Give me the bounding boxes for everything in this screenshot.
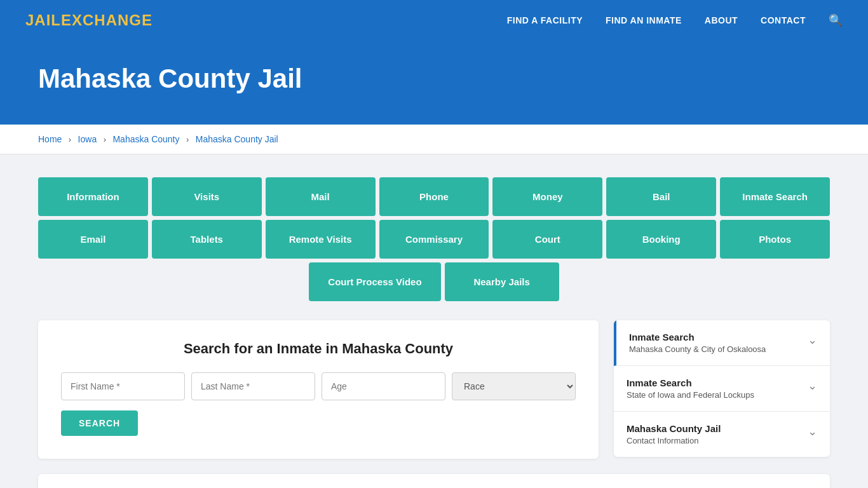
tile-commissary[interactable]: Commissary: [379, 220, 489, 259]
hero-section: Mahaska County Jail: [0, 41, 868, 125]
nav-find-facility[interactable]: FIND A FACILITY: [507, 15, 583, 25]
nav-about[interactable]: ABOUT: [705, 15, 738, 25]
first-name-input[interactable]: [61, 372, 185, 400]
sidebar: Inmate Search Mahaska County & City of O…: [614, 320, 830, 457]
tile-booking[interactable]: Booking: [606, 220, 716, 259]
chevron-down-icon-1: ⌄: [808, 333, 817, 347]
age-input[interactable]: [322, 372, 445, 400]
sidebar-item-iowa[interactable]: Inmate Search State of Iowa and Federal …: [614, 366, 830, 412]
search-title: Search for an Inmate in Mahaska County: [61, 341, 576, 357]
sidebar-item-contact[interactable]: Mahaska County Jail Contact Information …: [614, 412, 830, 457]
sidebar-item-mahaska[interactable]: Inmate Search Mahaska County & City of O…: [614, 320, 830, 366]
tile-row-3: Court Process Video Nearby Jails: [38, 262, 830, 301]
tile-information[interactable]: Information: [38, 177, 148, 216]
search-button[interactable]: SEARCH: [61, 410, 138, 436]
chevron-down-icon-2: ⌄: [808, 379, 817, 393]
breadcrumb-home[interactable]: Home: [38, 134, 62, 144]
nav-links: FIND A FACILITY FIND AN INMATE ABOUT CON…: [507, 13, 843, 27]
search-icon[interactable]: 🔍: [829, 13, 843, 27]
breadcrumb-sep-1: ›: [69, 135, 71, 144]
tile-email[interactable]: Email: [38, 220, 148, 259]
tile-phone[interactable]: Phone: [379, 177, 489, 216]
sidebar-subtitle-3: Contact Information: [627, 436, 721, 445]
breadcrumb-sep-3: ›: [186, 135, 189, 144]
breadcrumb: Home › Iowa › Mahaska County › Mahaska C…: [0, 125, 868, 154]
sidebar-title-2: Inmate Search: [627, 377, 754, 388]
tile-money[interactable]: Money: [492, 177, 602, 216]
page-title: Mahaska County Jail: [38, 64, 830, 94]
info-section: Mahaska County Jail Information: [38, 474, 830, 488]
logo-jail: JAIL: [25, 11, 61, 29]
nav-contact[interactable]: CONTACT: [761, 15, 806, 25]
search-inputs: Race White Black Hispanic Asian Other: [61, 372, 576, 400]
tile-remote-visits[interactable]: Remote Visits: [266, 220, 376, 259]
breadcrumb-mahaska-jail[interactable]: Mahaska County Jail: [196, 134, 278, 144]
inmate-search-box: Search for an Inmate in Mahaska County R…: [38, 320, 599, 459]
tile-inmate-search[interactable]: Inmate Search: [720, 177, 830, 216]
tile-tablets[interactable]: Tablets: [152, 220, 262, 259]
two-col-layout: Search for an Inmate in Mahaska County R…: [38, 320, 830, 459]
chevron-down-icon-3: ⌄: [808, 424, 817, 438]
sidebar-subtitle-1: Mahaska County & City of Oskaloosa: [629, 344, 766, 354]
tile-visits[interactable]: Visits: [152, 177, 262, 216]
tile-mail[interactable]: Mail: [266, 177, 376, 216]
breadcrumb-iowa[interactable]: Iowa: [78, 134, 97, 144]
tile-court-process-video[interactable]: Court Process Video: [309, 262, 440, 301]
tile-bail[interactable]: Bail: [606, 177, 716, 216]
sidebar-title-3: Mahaska County Jail: [627, 423, 721, 434]
tile-row-2: Email Tablets Remote Visits Commissary C…: [38, 220, 830, 259]
nav-find-inmate[interactable]: FIND AN INMATE: [606, 15, 682, 25]
main-content: Information Visits Mail Phone Money Bail…: [0, 154, 868, 488]
sidebar-title-1: Inmate Search: [629, 332, 766, 342]
last-name-input[interactable]: [191, 372, 315, 400]
race-select[interactable]: Race White Black Hispanic Asian Other: [452, 372, 576, 400]
tile-row-1: Information Visits Mail Phone Money Bail…: [38, 177, 830, 216]
site-logo[interactable]: JAILEXCHANGE: [25, 11, 153, 29]
sidebar-subtitle-2: State of Iowa and Federal Lockups: [627, 390, 754, 400]
tile-court[interactable]: Court: [492, 220, 602, 259]
breadcrumb-mahaska-county[interactable]: Mahaska County: [112, 134, 179, 144]
logo-exchange: EXCHANGE: [61, 11, 153, 29]
tile-nearby-jails[interactable]: Nearby Jails: [445, 262, 559, 301]
tile-photos[interactable]: Photos: [720, 220, 830, 259]
main-nav: JAILEXCHANGE FIND A FACILITY FIND AN INM…: [0, 0, 868, 41]
breadcrumb-sep-2: ›: [104, 135, 106, 144]
